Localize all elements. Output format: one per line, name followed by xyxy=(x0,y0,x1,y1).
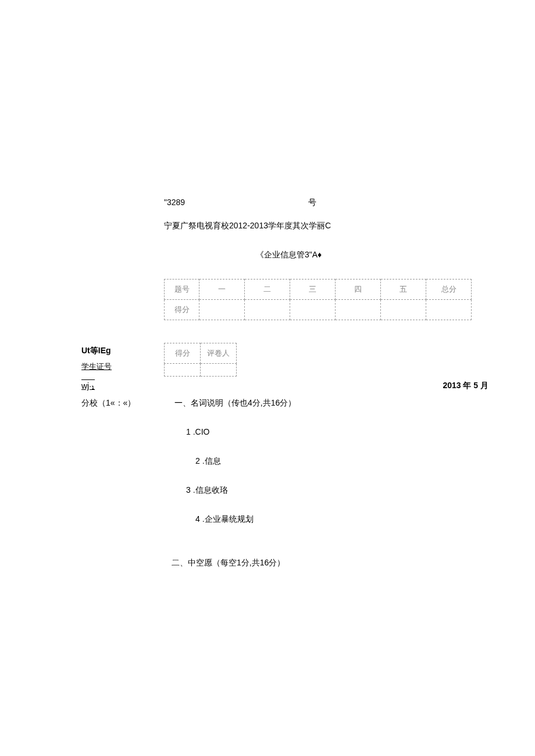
score-label: 得分 xyxy=(165,343,201,364)
sidebar-label: Ut等IEg xyxy=(81,346,111,356)
cell xyxy=(165,364,201,377)
branch-label: 分校（1«：«） xyxy=(81,398,135,409)
cell xyxy=(426,300,472,320)
course-title: 《企业信息管3"A♦ xyxy=(256,250,322,260)
section-1-heading: 一、名词说明（传也4分,共16分） xyxy=(174,398,296,409)
date-label: 2013 年 5 月 xyxy=(443,381,488,391)
cell xyxy=(245,300,290,320)
cell xyxy=(336,300,381,320)
school-year-line: 宁夏广祭电视育校2012-2013学年度其次学丽C xyxy=(164,221,331,231)
list-item: 1 .CIO xyxy=(186,427,209,436)
exam-number: "3289 xyxy=(164,198,185,207)
table-row xyxy=(165,364,237,377)
col-header: 二 xyxy=(245,280,290,300)
grader-table: 得分 评卷人 xyxy=(164,343,237,377)
score-summary-table: 题号 一 二 三 四 五 总分 得分 xyxy=(164,279,472,320)
col-header: 三 xyxy=(290,280,336,300)
exam-hao-label: 号 xyxy=(308,198,316,208)
list-item: 3 .信息收珞 xyxy=(186,485,228,496)
section-2-heading: 二、中空愿（每空1分,共16分） xyxy=(172,558,285,568)
col-header: 四 xyxy=(336,280,381,300)
cell xyxy=(199,300,245,320)
sidebar-label: wj·₁ xyxy=(81,379,95,390)
table-row: 得分 评卷人 xyxy=(165,343,237,364)
col-header: 总分 xyxy=(426,280,472,300)
col-header: 题号 xyxy=(165,280,199,300)
table-header-row: 题号 一 二 三 四 五 总分 xyxy=(165,280,472,300)
table-row: 得分 xyxy=(165,300,472,320)
cell xyxy=(290,300,336,320)
row-label: 得分 xyxy=(165,300,199,320)
list-item: 4 .企业暴统规划 xyxy=(195,514,254,525)
col-header: 一 xyxy=(199,280,245,300)
cell xyxy=(381,300,426,320)
student-id-label: 学生证号 xyxy=(81,361,112,372)
grader-label: 评卷人 xyxy=(201,343,237,364)
cell xyxy=(201,364,237,377)
col-header: 五 xyxy=(381,280,426,300)
list-item: 2 .信息 xyxy=(195,456,221,467)
